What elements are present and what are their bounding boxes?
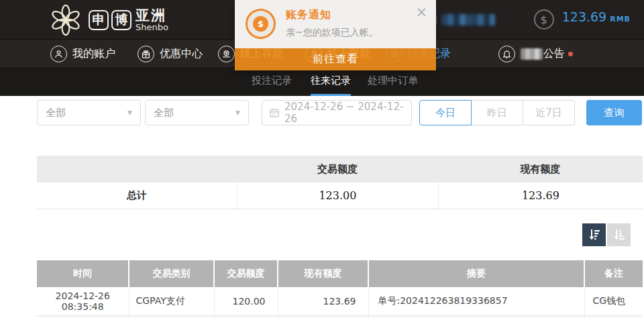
page: 申 博 亚洲 Shenbo $ 123.69 RMB 我的账户 (0, 0, 644, 318)
censored-username (441, 14, 495, 25)
col-summary: 摘要 (368, 260, 584, 287)
date-range-value: 2024-12-26 ~ 2024-12-26 (284, 101, 411, 125)
sort-descending-button[interactable] (582, 223, 606, 246)
chevron-down-icon: ▼ (235, 109, 240, 116)
summary-total-row: 总计 123.00 123.69 (37, 182, 643, 209)
col-balance: 现有额度 (278, 260, 368, 287)
record-summary: 单号:202412263819336857 (368, 287, 584, 315)
nav-label: 我的账户 (72, 47, 115, 61)
bell-icon (498, 46, 515, 62)
flower-logo-icon (48, 3, 83, 38)
today-button[interactable]: 今日 (419, 100, 472, 125)
select-value: 全部 (46, 107, 66, 119)
col-note: 备注 (584, 260, 643, 287)
nav-item-promotions[interactable]: 优惠中心 (138, 40, 203, 68)
calendar-icon (269, 107, 280, 118)
nav-item-my-account[interactable]: 我的账户 (50, 40, 115, 68)
logo-region-text: 亚洲 (136, 8, 168, 23)
category-select[interactable]: 全部 ▼ (37, 100, 141, 125)
select-value: 全部 (154, 107, 174, 119)
col-type: 交易类别 (129, 260, 214, 287)
tab-pending-orders[interactable]: 处理中订单 (368, 67, 418, 96)
record-balance: 123.69 (278, 287, 368, 315)
summary-current-amount: 123.69 (438, 182, 643, 209)
search-button[interactable]: 查询 (586, 100, 642, 125)
filter-row: 全部 ▼ 全部 ▼ 2024-12-26 ~ 2024-12-26 今日 昨日 … (37, 100, 642, 125)
record-amount: 120.00 (214, 287, 278, 315)
sort-bar (582, 223, 631, 246)
logo-char-box: 申 (89, 10, 109, 30)
record-type: CGPAY支付 (129, 287, 214, 315)
last7days-button[interactable]: 近7日 (523, 100, 575, 125)
nav-label: 公告 (543, 47, 565, 61)
balance-amount: 123.69 (562, 9, 606, 24)
table-row-partial (37, 315, 643, 318)
records-table: 时间 交易类别 交易额度 现有额度 摘要 备注 2024-12-26 08:35… (37, 260, 643, 318)
chevron-down-icon: ▼ (127, 109, 132, 116)
tab-transaction-records[interactable]: 往来记录 (311, 67, 351, 96)
deposit-icon (218, 46, 235, 62)
summary-col-current: 现有额度 (438, 163, 643, 176)
col-amount: 交易额度 (214, 260, 278, 287)
dollar-circle-icon: $ (534, 9, 554, 30)
summary-table: 交易额度 现有额度 总计 123.00 123.69 (37, 156, 643, 209)
go-view-button[interactable]: 前往查看 (235, 48, 436, 70)
balance-display[interactable]: $ 123.69 RMB (534, 9, 631, 30)
censored-nav-text (521, 48, 543, 60)
unread-dot (568, 52, 573, 56)
logo-char-box: 博 (111, 10, 131, 30)
record-time: 2024-12-26 08:35:48 (37, 287, 129, 315)
sort-desc-icon (588, 228, 601, 242)
close-icon[interactable]: × (415, 5, 427, 19)
notification-title: 账务通知 (286, 8, 331, 22)
date-range-input[interactable]: 2024-12-26 ~ 2024-12-26 (262, 100, 412, 125)
sort-asc-icon (612, 228, 626, 242)
yesterday-button[interactable]: 昨日 (471, 100, 523, 125)
summary-header-row: 交易额度 现有额度 (37, 156, 643, 182)
record-tabs: 投注记录 往来记录 处理中订单 (0, 67, 644, 96)
record-note: CG钱包 (584, 287, 643, 315)
nav-item-announcements[interactable]: 公告 (498, 40, 565, 68)
nav-label: 优惠中心 (160, 47, 203, 61)
notification-message: 亲~您的款项已入帐。 (286, 27, 378, 39)
tab-bet-records[interactable]: 投注记录 (252, 67, 292, 96)
records-header-row: 时间 交易类别 交易额度 现有额度 摘要 备注 (37, 260, 643, 287)
col-time: 时间 (37, 260, 129, 287)
balance-currency: RMB (610, 15, 631, 23)
user-icon (50, 46, 67, 62)
notification-popup: $ 账务通知 亲~您的款项已入帐。 × 前往查看 (235, 0, 436, 70)
summary-col-transaction: 交易额度 (237, 163, 438, 176)
sort-ascending-button[interactable] (607, 223, 631, 246)
quick-date-group: 今日 昨日 近7日 (419, 100, 575, 125)
summary-transaction-amount: 123.00 (237, 182, 438, 209)
gift-icon (138, 46, 154, 62)
money-bubble-icon: $ (246, 9, 276, 39)
user-area: $ 123.69 RMB (415, 0, 631, 39)
summary-total-label: 总计 (37, 189, 237, 202)
type-select[interactable]: 全部 ▼ (145, 100, 249, 125)
table-row: 2024-12-26 08:35:48 CGPAY支付 120.00 123.6… (37, 287, 643, 315)
brand-logo[interactable]: 申 博 亚洲 Shenbo (48, 3, 168, 38)
logo-subtitle: Shenbo (136, 23, 168, 32)
